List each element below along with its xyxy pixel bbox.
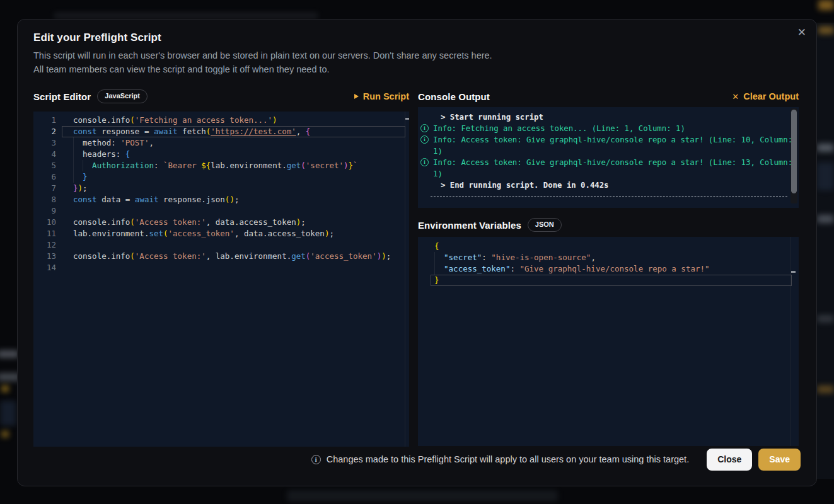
code-line[interactable]: 12 [33,239,409,251]
play-icon [354,94,359,99]
line-number: 4 [33,149,56,160]
code-line[interactable]: { [418,241,799,252]
code-line[interactable]: 13console.info('Access token:', lab.envi… [33,251,409,262]
script-editor-panel: Script Editor JavaScript Run Script 1con… [33,87,409,447]
footer-notice-text: Changes made to this Preflight Script wi… [327,454,689,464]
info-icon: i [420,135,429,144]
line-number: 3 [33,137,56,149]
code-line[interactable]: 2const response = await fetch('https://t… [33,126,409,137]
indent-guide [73,171,74,183]
environment-variables-editor[interactable]: { "secret": "hive-is-open-source", "acce… [418,237,799,446]
line-number: 8 [33,194,56,205]
line-number: 2 [33,126,56,137]
code-line[interactable]: } [418,275,799,286]
background-blur [817,386,834,393]
code-line[interactable]: "secret": "hive-is-open-source", [418,252,799,263]
code-line[interactable]: 11lab.environment.set('access_token', da… [33,228,409,239]
info-icon: i [420,158,429,166]
background-blur [817,163,834,190]
page-background: ✕ Edit your Preflight Script This script… [0,0,834,504]
background-blur [818,26,834,34]
modal-title: Edit your Preflight Script [33,32,161,44]
line-number: 5 [33,160,56,171]
background-blur [0,401,16,426]
indent-guide [73,149,74,160]
line-number: 11 [33,228,56,239]
footer-notice: i Changes made to this Preflight Script … [311,454,689,464]
code-line[interactable]: 10console.info('Access token:', data.acc… [33,217,409,228]
background-blur [1,386,9,392]
code-line[interactable]: 1console.info('Fetching an access token.… [33,115,409,126]
run-script-button[interactable]: Run Script [354,91,409,101]
language-badge-json: JSON [528,218,562,231]
info-icon: i [311,455,321,464]
background-blur [816,23,834,479]
line-number: 9 [33,205,56,217]
code-line[interactable]: 7}); [33,183,409,194]
indent-guide [73,137,74,149]
indent-guide [83,160,83,171]
code-line[interactable]: 8const data = await response.json(); [33,194,409,205]
background-blur [817,144,834,152]
code-line[interactable]: 4 headers: { [33,149,409,160]
console-panel: Console Output ✕ Clear Output > Start ru… [418,87,799,446]
modal-description-line: This script will run in each user's brow… [33,49,492,62]
clear-icon: ✕ [732,93,739,101]
indent-guide [73,160,74,171]
line-number: 1 [33,115,56,126]
run-script-label: Run Script [363,91,409,101]
clear-output-button[interactable]: ✕ Clear Output [732,91,799,101]
background-blur [817,215,834,223]
code-line[interactable]: "access_token": "Give graphql-hive/conso… [418,263,799,275]
line-number: 6 [33,171,56,183]
code-line[interactable]: 3 method: 'POST', [33,137,409,149]
environment-variables-title: Environment Variables [418,220,521,231]
close-button[interactable]: Close [707,449,752,471]
background-blur [1,431,9,437]
script-code-editor[interactable]: 1console.info('Fetching an access token.… [33,112,409,447]
console-line-info: iInfo: Access token: Give graphql-hive/c… [433,134,797,157]
indent-guide [434,252,435,263]
script-editor-title: Script Editor [33,91,91,102]
line-number: 13 [33,251,56,262]
line-number: 7 [33,183,56,194]
clear-output-label: Clear Output [743,91,799,101]
background-blur [817,315,834,323]
modal-description-line: All team members can view the script and… [33,62,492,76]
indent-guide [434,263,435,275]
console-line-log: > End running script. Done in 0.442s [433,180,797,191]
background-blur [818,0,834,10]
console-separator [431,197,787,197]
console-output-title: Console Output [418,91,490,102]
language-badge-javascript: JavaScript [97,89,148,103]
info-icon: i [420,124,429,132]
line-number: 12 [33,239,56,251]
background-blur [0,350,19,358]
save-button[interactable]: Save [758,449,801,471]
code-line[interactable]: 6 } [33,171,409,183]
close-icon[interactable]: ✕ [797,27,806,38]
console-line-info: iInfo: Access token: Give graphql-hive/c… [433,157,797,180]
modal-footer: i Changes made to this Preflight Script … [311,449,801,471]
background-blur [54,13,318,19]
console-output[interactable]: > Start running scriptiInfo: Fetching an… [418,107,799,208]
modal-description: This script will run in each user's brow… [33,49,492,76]
console-line-log: > Start running script [433,112,797,123]
code-line[interactable]: 9 [33,205,409,217]
code-line[interactable]: 5 Authorization: `Bearer ${lab.environme… [33,160,409,171]
console-line-info: iInfo: Fetching an access token... (Line… [433,123,797,134]
code-line[interactable]: 14 [33,262,409,273]
preflight-script-modal: ✕ Edit your Preflight Script This script… [17,19,817,486]
line-number: 14 [33,262,56,273]
line-number: 10 [33,217,56,228]
background-blur [287,490,558,501]
